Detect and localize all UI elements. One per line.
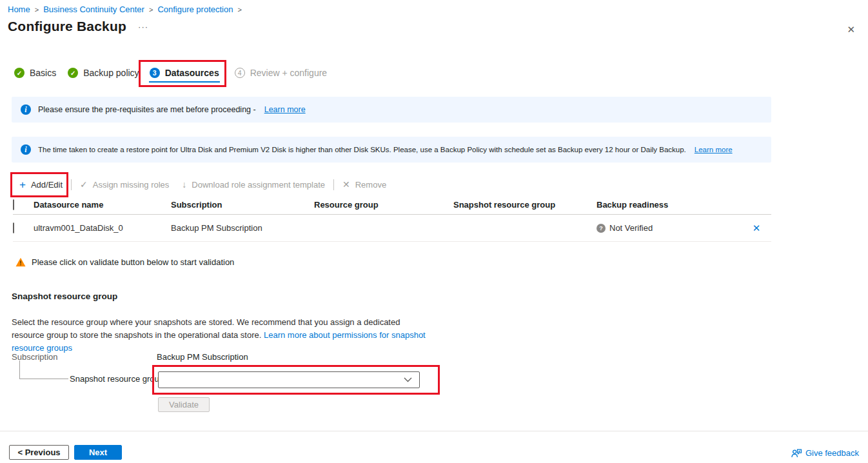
chevron-right-icon: > bbox=[35, 5, 39, 14]
tab-review-configure-label: Review + configure bbox=[250, 68, 327, 78]
title-row: Configure Backup ··· bbox=[8, 19, 150, 34]
info-banner-prerequisites: i Please ensure the pre-requisites are m… bbox=[12, 97, 771, 123]
info-banner-restore-point: i The time taken to create a restore poi… bbox=[12, 137, 771, 163]
tab-backup-policy-label: Backup policy bbox=[83, 68, 139, 78]
row-remove-icon[interactable]: ✕ bbox=[749, 222, 765, 235]
subscription-value: Backup PM Subscription bbox=[157, 352, 248, 362]
toolbar-separator bbox=[71, 179, 72, 190]
snapshot-section-title: Snapshot resource group bbox=[12, 291, 117, 301]
col-resource-group: Resource group bbox=[314, 200, 453, 210]
check-circle-icon: ✓ bbox=[14, 68, 25, 78]
banner-text: The time taken to create a restore point… bbox=[38, 146, 686, 153]
datasource-toolbar: + Add/Edit ✓ Assign missing roles ↓ Down… bbox=[19, 178, 386, 191]
configure-backup-page: Home > Business Continuity Center > Conf… bbox=[0, 0, 868, 463]
tab-backup-policy[interactable]: ✓ Backup policy bbox=[68, 68, 139, 78]
wizard-tabs: ✓ Basics ✓ Backup policy 3 Datasources 4… bbox=[14, 68, 327, 78]
remove-button[interactable]: ✕ Remove bbox=[342, 180, 386, 190]
readiness-status: Not Verified bbox=[609, 223, 653, 233]
give-feedback-label: Give feedback bbox=[805, 448, 859, 458]
download-role-template-button[interactable]: ↓ Download role assignment template bbox=[182, 180, 325, 190]
row-checkbox[interactable] bbox=[13, 222, 14, 233]
validation-warning: Please click on validate button below to… bbox=[15, 257, 234, 267]
tab-datasources[interactable]: 3 Datasources bbox=[150, 68, 219, 78]
breadcrumb-home[interactable]: Home bbox=[8, 5, 30, 14]
cell-datasource-name: ultravm001_DataDisk_0 bbox=[34, 223, 171, 233]
snapshot-form: Subscription Backup PM Subscription Snap… bbox=[12, 352, 463, 423]
info-icon: i bbox=[21, 104, 31, 115]
chevron-down-icon bbox=[404, 377, 412, 382]
warning-icon bbox=[15, 257, 26, 267]
chevron-right-icon: > bbox=[149, 5, 153, 14]
col-subscription: Subscription bbox=[171, 200, 314, 210]
cell-backup-readiness: ? Not Verified bbox=[597, 223, 742, 233]
check-circle-icon: ✓ bbox=[68, 68, 78, 78]
add-edit-button[interactable]: + Add/Edit bbox=[19, 179, 63, 190]
close-icon[interactable]: ✕ bbox=[843, 23, 859, 36]
next-button[interactable]: Next bbox=[74, 445, 122, 460]
info-icon: i bbox=[21, 144, 31, 155]
tab-basics-label: Basics bbox=[30, 68, 56, 78]
plus-icon: + bbox=[19, 179, 26, 190]
breadcrumb-business-continuity-center[interactable]: Business Continuity Center bbox=[43, 5, 144, 14]
tab-datasources-label: Datasources bbox=[165, 68, 219, 78]
assign-missing-roles-label: Assign missing roles bbox=[93, 180, 170, 190]
add-edit-label: Add/Edit bbox=[31, 180, 63, 190]
validate-button[interactable]: Validate bbox=[158, 397, 210, 412]
download-role-template-label: Download role assignment template bbox=[192, 180, 325, 190]
active-tab-underline bbox=[149, 81, 220, 83]
snapshot-resource-group-dropdown[interactable] bbox=[158, 371, 420, 388]
datasource-table: Datasource name Subscription Resource gr… bbox=[13, 195, 771, 242]
page-title: Configure Backup bbox=[8, 19, 126, 34]
snapshot-rg-label: Snapshot resource group * bbox=[70, 374, 170, 384]
table-row: ultravm001_DataDisk_0 Backup PM Subscrip… bbox=[13, 215, 771, 242]
chevron-right-icon: > bbox=[237, 5, 241, 14]
learn-more-link[interactable]: Learn more bbox=[695, 146, 733, 153]
assign-missing-roles-button[interactable]: ✓ Assign missing roles bbox=[80, 180, 169, 190]
learn-more-link[interactable]: Learn more bbox=[264, 105, 306, 114]
remove-label: Remove bbox=[355, 180, 386, 190]
tab-basics[interactable]: ✓ Basics bbox=[14, 68, 56, 78]
breadcrumb: Home > Business Continuity Center > Conf… bbox=[8, 5, 242, 14]
validation-warning-text: Please click on validate button below to… bbox=[32, 257, 234, 267]
more-menu-icon[interactable]: ··· bbox=[137, 22, 150, 34]
step-number-icon: 3 bbox=[150, 68, 160, 78]
toolbar-separator bbox=[333, 179, 334, 190]
download-icon: ↓ bbox=[182, 180, 186, 189]
banner-text: Please ensure the pre-requisites are met… bbox=[38, 105, 256, 114]
tab-review-configure: 4 Review + configure bbox=[235, 68, 327, 78]
cell-subscription: Backup PM Subscription bbox=[171, 223, 314, 233]
tree-connector bbox=[19, 360, 68, 379]
col-backup-readiness: Backup readiness bbox=[597, 200, 742, 210]
breadcrumb-configure-protection[interactable]: Configure protection bbox=[157, 5, 233, 14]
check-icon: ✓ bbox=[80, 180, 88, 189]
help-circle-icon: ? bbox=[597, 224, 606, 233]
snapshot-section-description: Select the resource group where your sna… bbox=[12, 316, 429, 355]
x-icon: ✕ bbox=[342, 180, 350, 189]
col-datasource-name: Datasource name bbox=[34, 200, 171, 210]
feedback-icon bbox=[791, 448, 802, 458]
give-feedback-link[interactable]: Give feedback bbox=[791, 448, 859, 458]
col-snapshot-resource-group: Snapshot resource group bbox=[453, 200, 597, 210]
select-all-checkbox[interactable] bbox=[13, 199, 14, 210]
table-header-row: Datasource name Subscription Resource gr… bbox=[13, 195, 771, 215]
footer-divider bbox=[0, 431, 868, 431]
step-number-icon: 4 bbox=[235, 68, 245, 78]
previous-button[interactable]: < Previous bbox=[9, 445, 69, 460]
